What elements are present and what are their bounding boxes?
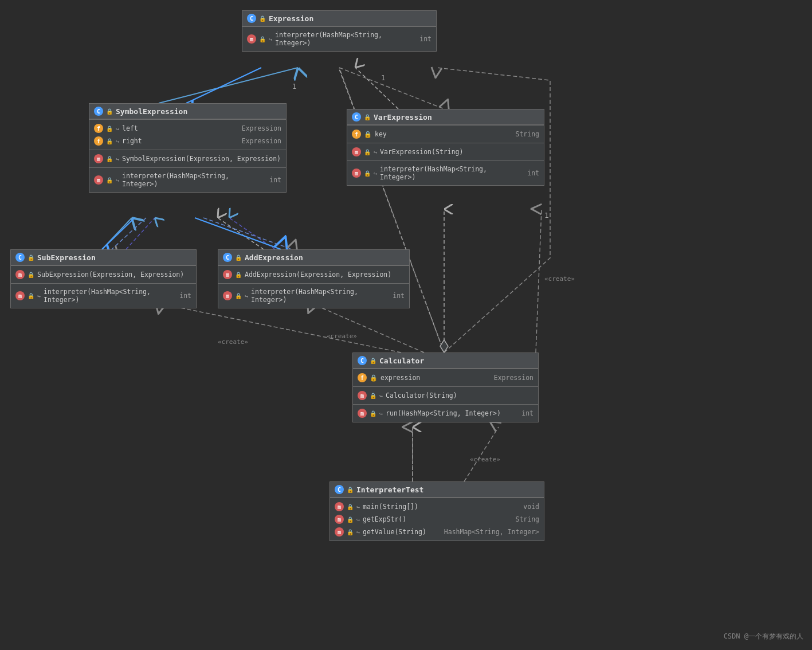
- svg-line-15: [112, 218, 146, 249]
- m-badge: m: [247, 34, 256, 44]
- svg-marker-27: [440, 340, 448, 353]
- add-expression-class: C 🔒 AddExpression m 🔒 AddExpression(Expr…: [218, 249, 410, 308]
- expression-class: C 🔒 Expression m 🔒 ↪ interpreter(HashMap…: [242, 10, 437, 52]
- expression-title: C 🔒 Expression: [242, 11, 436, 26]
- add-expression-name: AddExpression: [245, 253, 303, 262]
- sub-expression-title: C 🔒 SubExpression: [11, 250, 196, 265]
- svg-text:«create»: «create»: [218, 338, 248, 346]
- add-expression-title: C 🔒 AddExpression: [218, 250, 409, 265]
- interpreter-test-title: C 🔒 InterpreterTest: [330, 482, 544, 498]
- svg-line-9: [186, 68, 261, 103]
- svg-text:1: 1: [381, 74, 385, 82]
- symbol-expression-class: C 🔒 SymbolExpression f 🔒 ↪ left Expressi…: [89, 103, 287, 193]
- symbol-expression-title: C 🔒 SymbolExpression: [89, 104, 286, 119]
- calculator-class: C 🔒 Calculator f 🔒 expression Expression…: [352, 353, 539, 422]
- expression-lock: 🔒: [259, 15, 266, 22]
- calculator-title: C 🔒 Calculator: [353, 353, 538, 369]
- expression-interpreter-row: m 🔒 ↪ interpreter(HashMap<String, Intege…: [242, 29, 436, 49]
- expression-badge: C: [247, 14, 256, 23]
- svg-text:«create»: «create»: [544, 275, 575, 283]
- svg-line-3: [218, 218, 264, 249]
- svg-line-0: [159, 68, 298, 103]
- svg-line-5: [229, 218, 275, 249]
- svg-text:«create»: «create»: [470, 456, 500, 463]
- interpreter-test-class: C 🔒 InterpreterTest m 🔒 ↪ main(String[])…: [329, 481, 544, 541]
- svg-text:«create»: «create»: [327, 332, 357, 340]
- var-expression-class: C 🔒 VarExpression f 🔒 key String m 🔒 ↪ V…: [347, 109, 544, 186]
- symbol-expression-name: SymbolExpression: [116, 107, 187, 116]
- svg-line-13: [102, 218, 135, 249]
- expression-interpreter-type: int: [419, 35, 432, 43]
- svg-text:1: 1: [544, 211, 549, 220]
- svg-line-14: [195, 218, 281, 249]
- svg-text:1: 1: [292, 83, 296, 91]
- expression-interpreter-name: interpreter(HashMap<String, Integer>): [275, 31, 417, 47]
- expression-name: Expression: [269, 14, 313, 23]
- var-expression-title: C 🔒 VarExpression: [347, 109, 544, 125]
- symbol-expression-fields: f 🔒 ↪ left Expression f 🔒 ↪ right Expres…: [89, 119, 286, 150]
- svg-line-25: [464, 427, 499, 481]
- svg-line-4: [126, 218, 155, 249]
- sub-expression-name: SubExpression: [37, 253, 96, 262]
- svg-line-16: [203, 218, 292, 249]
- expression-methods: m 🔒 ↪ interpreter(HashMap<String, Intege…: [242, 26, 436, 51]
- interpreter-test-name: InterpreterTest: [356, 485, 423, 494]
- svg-line-10: [339, 68, 444, 109]
- calculator-name: Calculator: [379, 357, 424, 365]
- watermark: CSDN @一个有梦有戏的人: [724, 632, 803, 641]
- svg-line-1: [355, 68, 398, 109]
- svg-line-18: [312, 304, 424, 353]
- svg-line-21: [536, 209, 542, 353]
- svg-line-2: [102, 218, 132, 249]
- sub-expression-class: C 🔒 SubExpression m 🔒 SubExpression(Expr…: [10, 249, 197, 308]
- var-expression-name: VarExpression: [374, 113, 432, 122]
- svg-line-17: [160, 304, 401, 353]
